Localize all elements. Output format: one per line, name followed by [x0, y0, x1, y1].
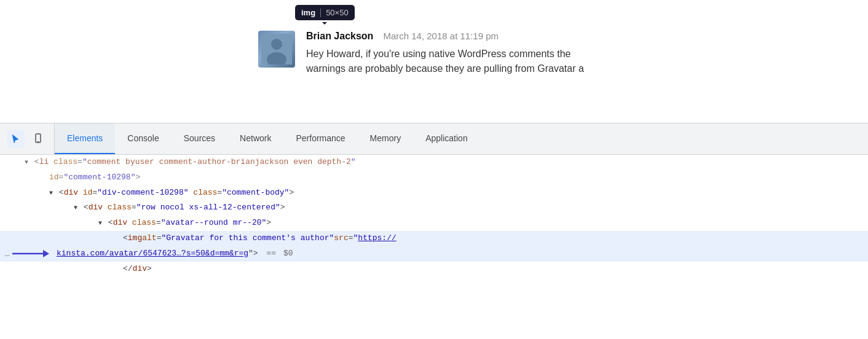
blue-arrow-icon — [12, 247, 49, 260]
img-tooltip: img 50×50 — [295, 5, 355, 20]
svg-rect-3 — [36, 134, 41, 142]
page-content: img 50×50 Brian Jackson March 14, 2018 a… — [0, 0, 868, 123]
tooltip-dims: 50×50 — [326, 8, 349, 17]
code-line-2: id="comment-10298"> — [0, 170, 868, 185]
svg-marker-6 — [43, 250, 49, 257]
src-link-partial[interactable]: https:// — [358, 233, 396, 243]
tab-console[interactable]: Console — [115, 123, 171, 154]
comment-meta: Brian Jackson March 14, 2018 at 11:19 pm — [306, 31, 843, 42]
tab-elements[interactable]: Elements — [55, 123, 115, 154]
dots-indicator: … — [5, 249, 10, 259]
devtools-bar: Elements Console Sources Network Perform… — [0, 123, 868, 155]
url-link[interactable]: kinsta.com/avatar/6547623…?s=50&d=mm&r=g — [57, 249, 248, 258]
code-line-4: ▼ <div class="row nocol xs-all-12-center… — [0, 200, 868, 216]
tab-memory[interactable]: Memory — [358, 123, 414, 154]
triangle-icon-1: ▼ — [25, 158, 28, 168]
code-line-5: ▼ <div class="avatar--round mr--20"> — [0, 216, 868, 231]
code-line-6[interactable]: <img alt="Gravatar for this comment's au… — [0, 231, 868, 246]
comment-author: Brian Jackson — [306, 31, 373, 42]
code-line-7-wrapper: … kinsta.com/avatar/6547623…?s=50&d=mm&r… — [0, 246, 868, 262]
triangle-icon-5: ▼ — [98, 219, 102, 228]
comment-row: Brian Jackson March 14, 2018 at 11:19 pm… — [0, 12, 868, 76]
code-line-3: ▼ <div id="div-comment-10298" class="com… — [0, 185, 868, 201]
comment-body: Hey Howard, if you're using native WordP… — [306, 47, 843, 76]
tab-application[interactable]: Application — [413, 123, 480, 154]
devtools-icons — [0, 123, 55, 154]
code-line-8: </div> — [0, 262, 868, 277]
avatar — [258, 31, 295, 68]
svg-rect-4 — [37, 141, 39, 142]
tab-sources[interactable]: Sources — [172, 123, 227, 154]
cursor-icon[interactable] — [7, 130, 25, 147]
svg-point-1 — [271, 39, 282, 50]
tooltip-divider — [320, 9, 321, 17]
code-line-1: ▼ <li class="comment byuser comment-auth… — [0, 155, 868, 170]
comment-date: March 14, 2018 at 11:19 pm — [383, 31, 499, 41]
tooltip-tag: img — [301, 8, 315, 17]
triangle-icon-4: ▼ — [74, 203, 77, 213]
tab-performance[interactable]: Performance — [283, 123, 357, 154]
avatar-svg — [261, 34, 292, 64]
avatar-wrapper — [258, 31, 295, 68]
comment-text-line1: Hey Howard, if you're using native WordP… — [306, 49, 571, 59]
comment-text-line2: warnings are probably because they are p… — [306, 63, 584, 74]
devtools-panel: ▼ <li class="comment byuser comment-auth… — [0, 155, 868, 339]
code-line-7: kinsta.com/avatar/6547623…?s=50&d=mm&r=g… — [0, 246, 868, 262]
devtools-tabs: Elements Console Sources Network Perform… — [55, 123, 868, 154]
device-icon[interactable] — [30, 130, 47, 147]
triangle-icon-3: ▼ — [49, 189, 53, 198]
comment-text-block: Brian Jackson March 14, 2018 at 11:19 pm… — [306, 31, 843, 76]
arrow-indicator — [12, 247, 49, 260]
tab-network[interactable]: Network — [227, 123, 283, 154]
